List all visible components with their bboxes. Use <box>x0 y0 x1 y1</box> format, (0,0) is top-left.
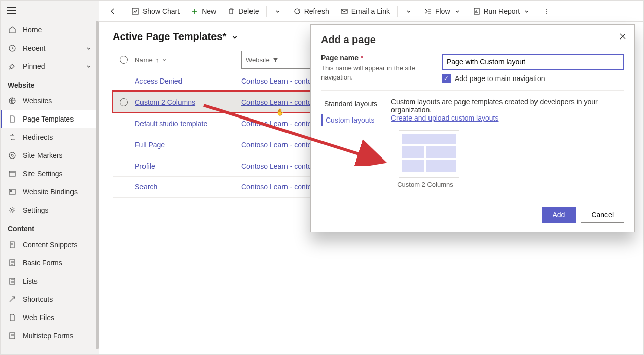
row-name-link[interactable]: Custom 2 Columns <box>135 98 195 106</box>
chevron-down-icon <box>86 45 92 51</box>
separator <box>124 6 124 17</box>
tab-custom-layouts[interactable]: Custom layouts <box>321 114 382 126</box>
add-nav-checkbox[interactable]: ✓ <box>442 74 451 83</box>
row-website-link[interactable]: Contoso Learn - conto… <box>241 183 319 191</box>
clock-icon <box>8 44 17 53</box>
close-button[interactable] <box>619 33 626 40</box>
select-all-checkbox[interactable] <box>120 56 128 64</box>
nav-pinned[interactable]: Pinned <box>1 57 99 75</box>
create-upload-link[interactable]: Create and upload custom layouts <box>391 114 498 122</box>
marker-icon <box>8 151 17 160</box>
delete-split[interactable] <box>269 3 287 19</box>
section-website: Website <box>1 75 99 92</box>
cancel-button[interactable]: Cancel <box>581 207 624 223</box>
row-website-link[interactable]: Contoso Learn - conto… <box>241 141 319 149</box>
nav-lists[interactable]: Lists <box>1 272 99 290</box>
refresh-label: Refresh <box>304 7 329 15</box>
delete-button[interactable]: Delete <box>222 3 264 19</box>
nav-basic-forms[interactable]: Basic Forms <box>1 254 99 272</box>
layout-card-label: Custom 2 Columns <box>391 181 459 188</box>
layout-card-custom-2-columns[interactable] <box>399 130 459 178</box>
globe-icon <box>8 96 17 105</box>
tab-standard-layouts[interactable]: Standard layouts <box>321 98 382 110</box>
nav-websites[interactable]: Websites <box>1 92 99 110</box>
nav-site-settings-label: Site Settings <box>23 170 63 178</box>
run-report-button[interactable]: Run Report <box>468 3 536 19</box>
delete-label: Delete <box>238 7 259 15</box>
nav-websites-label: Websites <box>23 97 52 105</box>
nav-basic-forms-label: Basic Forms <box>23 259 62 267</box>
nav-page-templates[interactable]: Page Templates <box>1 110 99 128</box>
nav-site-settings[interactable]: Site Settings <box>1 165 99 183</box>
row-website-link[interactable]: Contoso Learn - conto… <box>241 77 319 85</box>
separator <box>397 6 398 17</box>
snippet-icon <box>8 240 17 249</box>
row-name-link[interactable]: Full Page <box>135 141 165 149</box>
show-chart-button[interactable]: Show Chart <box>126 3 185 19</box>
refresh-button[interactable]: Refresh <box>288 3 334 19</box>
list-icon <box>8 277 17 286</box>
new-label: New <box>202 7 216 15</box>
column-header-name[interactable]: Name ↑ <box>135 56 241 64</box>
row-name-link[interactable]: Search <box>135 183 157 191</box>
menu-icon <box>7 7 16 14</box>
add-button[interactable]: Add <box>542 207 576 223</box>
column-name-label: Name <box>135 56 153 64</box>
sidebar-scrollbar[interactable] <box>96 21 99 349</box>
show-chart-label: Show Chart <box>142 7 180 15</box>
row-website-link[interactable]: Contoso Learn - conto… <box>241 120 319 128</box>
new-button[interactable]: New <box>186 3 221 19</box>
svg-point-15 <box>546 11 547 12</box>
row-name-link[interactable]: Profile <box>135 162 155 170</box>
chart-icon <box>131 7 139 15</box>
nav-shortcuts[interactable]: Shortcuts <box>1 290 99 308</box>
nav-recent-label: Recent <box>23 44 45 52</box>
nav-site-markers[interactable]: Site Markers <box>1 146 99 165</box>
chevron-down-icon <box>162 57 167 62</box>
flow-button[interactable]: Flow <box>419 3 467 19</box>
nav-content-snippets[interactable]: Content Snippets <box>1 235 99 254</box>
row-name-link[interactable]: Default studio template <box>135 120 207 128</box>
nav-web-files[interactable]: Web Files <box>1 308 99 327</box>
row-website-link[interactable]: Contoso Learn - conto… <box>241 162 319 170</box>
gear-icon <box>8 206 17 215</box>
nav-home-label: Home <box>23 26 42 34</box>
nav-multistep-forms[interactable]: Multistep Forms <box>1 327 99 345</box>
svg-point-7 <box>11 209 13 211</box>
multistep-icon <box>8 331 17 340</box>
email-icon <box>340 7 348 15</box>
chevron-down-icon <box>453 7 461 15</box>
nav-settings[interactable]: Settings <box>1 201 99 219</box>
row-name-link[interactable]: Access Denied <box>135 77 182 85</box>
svg-rect-6 <box>10 190 12 192</box>
nav-recent[interactable]: Recent <box>1 39 99 57</box>
trash-icon <box>227 7 235 15</box>
nav-home[interactable]: Home <box>1 21 99 39</box>
row-checkbox[interactable] <box>120 98 128 106</box>
filter-icon <box>273 57 278 63</box>
back-button[interactable] <box>103 3 122 19</box>
nav-website-bindings[interactable]: Website Bindings <box>1 183 99 201</box>
chevron-down-icon <box>523 7 531 15</box>
divider <box>321 90 624 91</box>
site-settings-icon <box>8 169 17 178</box>
nav-website-bindings-label: Website Bindings <box>23 188 78 196</box>
page-icon <box>8 114 17 124</box>
nav-content-snippets-label: Content Snippets <box>23 241 77 249</box>
required-asterisk: * <box>361 54 363 62</box>
shortcut-icon <box>8 295 17 304</box>
page-name-input[interactable] <box>442 54 624 70</box>
email-link-button[interactable]: Email a Link <box>335 3 395 19</box>
custom-layouts-description: Custom layouts are page templates create… <box>391 98 624 114</box>
flow-label: Flow <box>435 7 450 15</box>
email-split[interactable] <box>400 3 418 19</box>
add-page-dialog: Add a page Page name * This name will ap… <box>310 24 635 232</box>
svg-point-3 <box>11 154 13 156</box>
row-website-link[interactable]: Contoso Learn - conto… <box>241 98 319 106</box>
overflow-button[interactable] <box>537 3 555 19</box>
hamburger-button[interactable] <box>1 1 99 21</box>
nav-page-templates-label: Page Templates <box>23 115 74 123</box>
back-icon <box>109 7 117 15</box>
nav-redirects[interactable]: Redirects <box>1 128 99 146</box>
chevron-down-icon <box>405 7 413 15</box>
